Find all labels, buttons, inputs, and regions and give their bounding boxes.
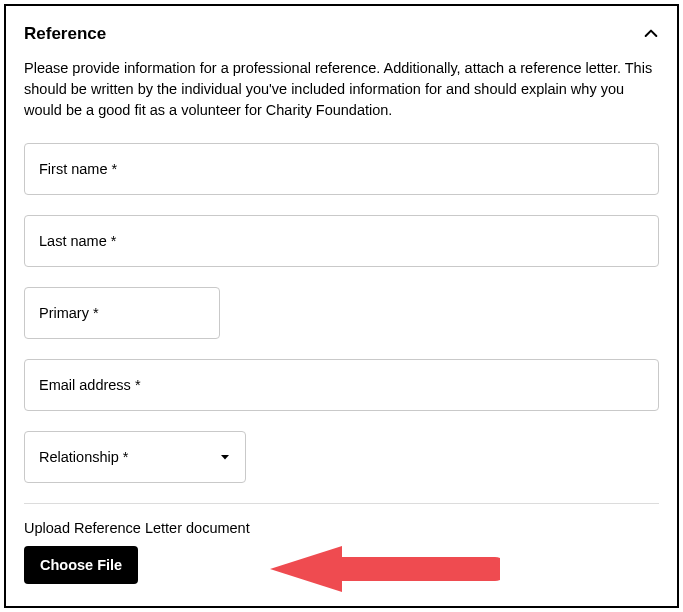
email-label: Email address*	[39, 377, 141, 393]
section-header[interactable]: Reference	[24, 24, 659, 44]
upload-label: Upload Reference Letter document	[24, 520, 659, 536]
first-name-field[interactable]: First name*	[24, 143, 659, 195]
last-name-field[interactable]: Last name*	[24, 215, 659, 267]
last-name-label: Last name*	[39, 233, 116, 249]
divider	[24, 503, 659, 504]
primary-field[interactable]: Primary*	[24, 287, 220, 339]
choose-file-button[interactable]: Choose File	[24, 546, 138, 584]
chevron-up-icon[interactable]	[643, 26, 659, 42]
reference-section: Reference Please provide information for…	[4, 4, 679, 608]
primary-label: Primary*	[39, 305, 99, 321]
first-name-label: First name*	[39, 161, 117, 177]
relationship-select[interactable]: Relationship*	[24, 431, 246, 483]
email-field[interactable]: Email address*	[24, 359, 659, 411]
annotation-arrow-icon	[270, 544, 500, 598]
section-description: Please provide information for a profess…	[24, 58, 659, 121]
caret-down-icon	[219, 451, 231, 463]
section-title: Reference	[24, 24, 106, 44]
relationship-label: Relationship*	[39, 449, 128, 465]
